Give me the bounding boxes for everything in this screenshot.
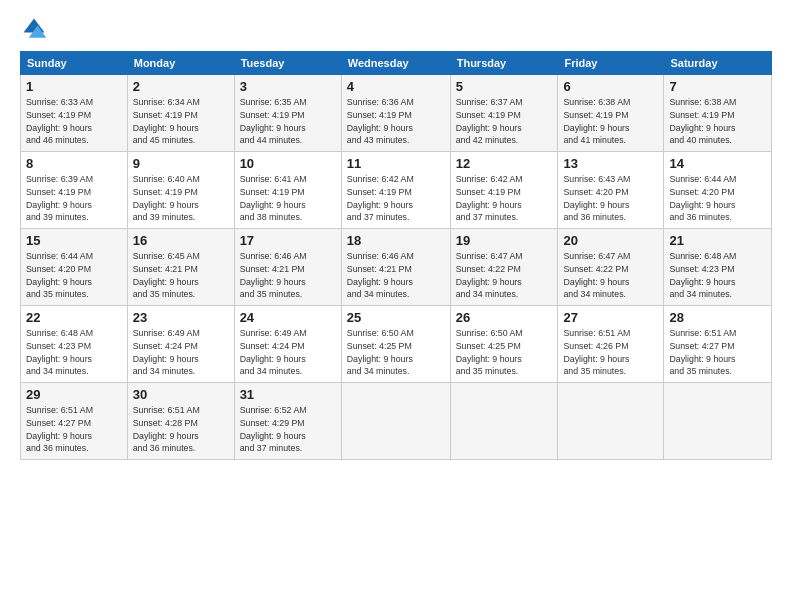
calendar-cell: 13Sunrise: 6:43 AMSunset: 4:20 PMDayligh… (558, 152, 664, 229)
day-info: Sunrise: 6:38 AMSunset: 4:19 PMDaylight:… (563, 96, 658, 147)
calendar-cell: 14Sunrise: 6:44 AMSunset: 4:20 PMDayligh… (664, 152, 772, 229)
page-container: SundayMondayTuesdayWednesdayThursdayFrid… (0, 0, 792, 470)
day-info: Sunrise: 6:49 AMSunset: 4:24 PMDaylight:… (240, 327, 336, 378)
calendar-cell (341, 383, 450, 460)
calendar-cell: 7Sunrise: 6:38 AMSunset: 4:19 PMDaylight… (664, 75, 772, 152)
logo-icon (20, 15, 48, 43)
day-number: 27 (563, 310, 658, 325)
day-number: 5 (456, 79, 553, 94)
day-info: Sunrise: 6:42 AMSunset: 4:19 PMDaylight:… (347, 173, 445, 224)
day-number: 10 (240, 156, 336, 171)
header (20, 15, 772, 43)
calendar-cell: 10Sunrise: 6:41 AMSunset: 4:19 PMDayligh… (234, 152, 341, 229)
day-info: Sunrise: 6:44 AMSunset: 4:20 PMDaylight:… (26, 250, 122, 301)
calendar-cell: 20Sunrise: 6:47 AMSunset: 4:22 PMDayligh… (558, 229, 664, 306)
calendar-cell (558, 383, 664, 460)
week-row-5: 29Sunrise: 6:51 AMSunset: 4:27 PMDayligh… (21, 383, 772, 460)
col-header-saturday: Saturday (664, 52, 772, 75)
day-number: 31 (240, 387, 336, 402)
calendar-cell: 21Sunrise: 6:48 AMSunset: 4:23 PMDayligh… (664, 229, 772, 306)
calendar-cell (450, 383, 558, 460)
day-info: Sunrise: 6:40 AMSunset: 4:19 PMDaylight:… (133, 173, 229, 224)
day-number: 19 (456, 233, 553, 248)
col-header-friday: Friday (558, 52, 664, 75)
day-number: 6 (563, 79, 658, 94)
calendar-cell: 6Sunrise: 6:38 AMSunset: 4:19 PMDaylight… (558, 75, 664, 152)
day-number: 28 (669, 310, 766, 325)
day-info: Sunrise: 6:50 AMSunset: 4:25 PMDaylight:… (456, 327, 553, 378)
day-number: 13 (563, 156, 658, 171)
calendar-cell: 8Sunrise: 6:39 AMSunset: 4:19 PMDaylight… (21, 152, 128, 229)
col-header-sunday: Sunday (21, 52, 128, 75)
day-info: Sunrise: 6:47 AMSunset: 4:22 PMDaylight:… (563, 250, 658, 301)
calendar-cell: 11Sunrise: 6:42 AMSunset: 4:19 PMDayligh… (341, 152, 450, 229)
day-number: 18 (347, 233, 445, 248)
day-number: 25 (347, 310, 445, 325)
calendar-cell: 30Sunrise: 6:51 AMSunset: 4:28 PMDayligh… (127, 383, 234, 460)
col-header-wednesday: Wednesday (341, 52, 450, 75)
week-row-3: 15Sunrise: 6:44 AMSunset: 4:20 PMDayligh… (21, 229, 772, 306)
calendar-cell (664, 383, 772, 460)
day-info: Sunrise: 6:46 AMSunset: 4:21 PMDaylight:… (240, 250, 336, 301)
calendar-cell: 28Sunrise: 6:51 AMSunset: 4:27 PMDayligh… (664, 306, 772, 383)
calendar-cell: 31Sunrise: 6:52 AMSunset: 4:29 PMDayligh… (234, 383, 341, 460)
day-info: Sunrise: 6:51 AMSunset: 4:27 PMDaylight:… (669, 327, 766, 378)
calendar-cell: 1Sunrise: 6:33 AMSunset: 4:19 PMDaylight… (21, 75, 128, 152)
day-number: 30 (133, 387, 229, 402)
calendar-cell: 29Sunrise: 6:51 AMSunset: 4:27 PMDayligh… (21, 383, 128, 460)
day-number: 22 (26, 310, 122, 325)
week-row-1: 1Sunrise: 6:33 AMSunset: 4:19 PMDaylight… (21, 75, 772, 152)
day-info: Sunrise: 6:38 AMSunset: 4:19 PMDaylight:… (669, 96, 766, 147)
day-info: Sunrise: 6:50 AMSunset: 4:25 PMDaylight:… (347, 327, 445, 378)
calendar-cell: 9Sunrise: 6:40 AMSunset: 4:19 PMDaylight… (127, 152, 234, 229)
calendar-body: 1Sunrise: 6:33 AMSunset: 4:19 PMDaylight… (21, 75, 772, 460)
day-number: 12 (456, 156, 553, 171)
day-number: 7 (669, 79, 766, 94)
day-number: 2 (133, 79, 229, 94)
calendar-cell: 25Sunrise: 6:50 AMSunset: 4:25 PMDayligh… (341, 306, 450, 383)
day-number: 9 (133, 156, 229, 171)
calendar-cell: 18Sunrise: 6:46 AMSunset: 4:21 PMDayligh… (341, 229, 450, 306)
calendar-cell: 12Sunrise: 6:42 AMSunset: 4:19 PMDayligh… (450, 152, 558, 229)
calendar-cell: 27Sunrise: 6:51 AMSunset: 4:26 PMDayligh… (558, 306, 664, 383)
calendar-cell: 19Sunrise: 6:47 AMSunset: 4:22 PMDayligh… (450, 229, 558, 306)
day-number: 1 (26, 79, 122, 94)
calendar-cell: 17Sunrise: 6:46 AMSunset: 4:21 PMDayligh… (234, 229, 341, 306)
day-info: Sunrise: 6:44 AMSunset: 4:20 PMDaylight:… (669, 173, 766, 224)
calendar-cell: 3Sunrise: 6:35 AMSunset: 4:19 PMDaylight… (234, 75, 341, 152)
day-number: 14 (669, 156, 766, 171)
day-number: 17 (240, 233, 336, 248)
calendar-cell: 4Sunrise: 6:36 AMSunset: 4:19 PMDaylight… (341, 75, 450, 152)
calendar-cell: 15Sunrise: 6:44 AMSunset: 4:20 PMDayligh… (21, 229, 128, 306)
calendar-cell: 2Sunrise: 6:34 AMSunset: 4:19 PMDaylight… (127, 75, 234, 152)
day-number: 16 (133, 233, 229, 248)
calendar-cell: 22Sunrise: 6:48 AMSunset: 4:23 PMDayligh… (21, 306, 128, 383)
day-info: Sunrise: 6:49 AMSunset: 4:24 PMDaylight:… (133, 327, 229, 378)
day-number: 4 (347, 79, 445, 94)
calendar-cell: 5Sunrise: 6:37 AMSunset: 4:19 PMDaylight… (450, 75, 558, 152)
calendar-cell: 16Sunrise: 6:45 AMSunset: 4:21 PMDayligh… (127, 229, 234, 306)
day-number: 11 (347, 156, 445, 171)
day-number: 3 (240, 79, 336, 94)
day-info: Sunrise: 6:42 AMSunset: 4:19 PMDaylight:… (456, 173, 553, 224)
day-info: Sunrise: 6:51 AMSunset: 4:26 PMDaylight:… (563, 327, 658, 378)
day-number: 29 (26, 387, 122, 402)
calendar-cell: 24Sunrise: 6:49 AMSunset: 4:24 PMDayligh… (234, 306, 341, 383)
week-row-4: 22Sunrise: 6:48 AMSunset: 4:23 PMDayligh… (21, 306, 772, 383)
day-number: 20 (563, 233, 658, 248)
day-info: Sunrise: 6:46 AMSunset: 4:21 PMDaylight:… (347, 250, 445, 301)
day-info: Sunrise: 6:41 AMSunset: 4:19 PMDaylight:… (240, 173, 336, 224)
day-info: Sunrise: 6:51 AMSunset: 4:27 PMDaylight:… (26, 404, 122, 455)
day-number: 8 (26, 156, 122, 171)
day-info: Sunrise: 6:48 AMSunset: 4:23 PMDaylight:… (26, 327, 122, 378)
day-info: Sunrise: 6:47 AMSunset: 4:22 PMDaylight:… (456, 250, 553, 301)
day-number: 23 (133, 310, 229, 325)
week-row-2: 8Sunrise: 6:39 AMSunset: 4:19 PMDaylight… (21, 152, 772, 229)
day-number: 24 (240, 310, 336, 325)
day-info: Sunrise: 6:51 AMSunset: 4:28 PMDaylight:… (133, 404, 229, 455)
day-info: Sunrise: 6:34 AMSunset: 4:19 PMDaylight:… (133, 96, 229, 147)
day-info: Sunrise: 6:45 AMSunset: 4:21 PMDaylight:… (133, 250, 229, 301)
day-info: Sunrise: 6:39 AMSunset: 4:19 PMDaylight:… (26, 173, 122, 224)
calendar-cell: 26Sunrise: 6:50 AMSunset: 4:25 PMDayligh… (450, 306, 558, 383)
header-row: SundayMondayTuesdayWednesdayThursdayFrid… (21, 52, 772, 75)
